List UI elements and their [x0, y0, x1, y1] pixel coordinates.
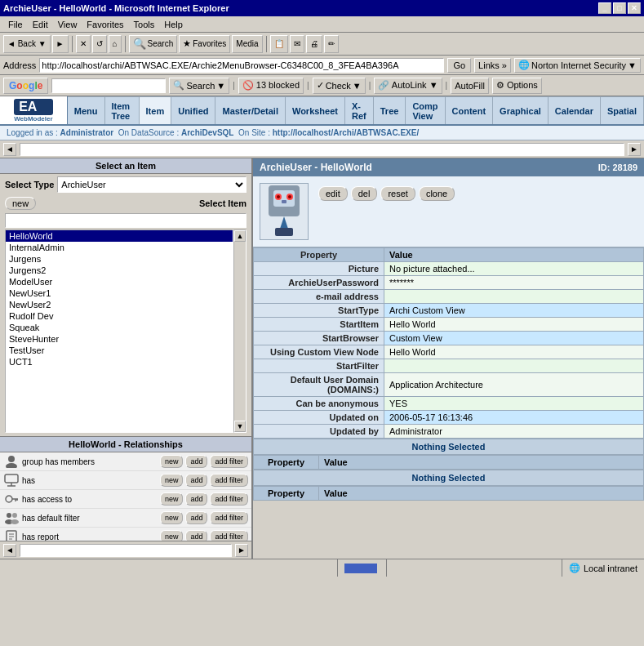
forward-button[interactable]: ►: [52, 35, 69, 53]
autofill-button[interactable]: AutoFill: [451, 78, 489, 94]
rel-add-filter-btn[interactable]: add filter: [210, 530, 248, 541]
edit-button[interactable]: edit: [318, 186, 348, 201]
app-status-bar: Logged in as : Administrator On DataSour…: [0, 126, 644, 140]
tab-comp-view[interactable]: Comp View: [406, 96, 445, 124]
list-item[interactable]: ModelUser: [6, 276, 233, 287]
stop-button[interactable]: ✕: [76, 35, 91, 53]
nav-path-input[interactable]: [20, 143, 624, 156]
list-item[interactable]: HelloWorld: [6, 230, 233, 242]
item-search-input[interactable]: [5, 213, 246, 228]
prop-row-updated-on: Updated on 2006-05-17 16:13:46: [254, 411, 644, 425]
rel-add-btn[interactable]: add: [185, 492, 207, 506]
maximize-btn[interactable]: □: [613, 2, 626, 14]
rel-add-filter-btn[interactable]: add filter: [210, 455, 248, 468]
list-item[interactable]: Rudolf Dev: [6, 310, 233, 322]
check-button[interactable]: ✓ Check ▼: [313, 78, 366, 94]
menu-favorites[interactable]: Favorites: [82, 18, 128, 31]
rel-new-btn[interactable]: new: [160, 530, 184, 541]
blocked-button[interactable]: 🚫 13 blocked: [238, 78, 304, 94]
list-item[interactable]: TestUser: [6, 345, 233, 356]
menu-edit[interactable]: Edit: [28, 18, 53, 31]
list-item[interactable]: Jurgens2: [6, 265, 233, 276]
list-item[interactable]: SteveHunter: [6, 333, 233, 345]
minimize-btn[interactable]: _: [598, 2, 611, 14]
tab-master-detail[interactable]: Master/Detail: [215, 96, 285, 124]
list-item[interactable]: UCT1: [6, 356, 233, 368]
tab-calendar[interactable]: Calendar: [549, 96, 601, 124]
rel-add-btn[interactable]: add: [185, 474, 207, 487]
rel-add-filter-btn[interactable]: add filter: [210, 492, 248, 506]
links-button[interactable]: Links »: [474, 58, 511, 73]
back-button[interactable]: ◄ Back ▼: [3, 35, 51, 53]
rel-new-btn[interactable]: new: [160, 474, 184, 487]
tab-content[interactable]: Content: [446, 96, 494, 124]
menu-help[interactable]: Help: [159, 18, 188, 31]
list-scrollbar[interactable]: ▲ ▼: [233, 229, 246, 433]
report-icon: [3, 530, 20, 541]
prop-value: [384, 359, 644, 373]
prop-row-anonymous: Can be anonymous YES: [254, 397, 644, 411]
rel-new-btn[interactable]: new: [160, 492, 184, 506]
google-search-input[interactable]: [51, 78, 166, 93]
list-item[interactable]: NewUser2: [6, 299, 233, 310]
google-bar: Google 🔍 Search ▼ | 🚫 13 blocked | ✓ Che…: [0, 75, 644, 96]
tab-xref[interactable]: X-Ref: [345, 96, 374, 124]
main-area: Select an Item Select Type ArchieUser ne…: [0, 158, 644, 559]
favorites-button[interactable]: ★ Favorites: [179, 35, 230, 53]
search-button[interactable]: 🔍 Search: [129, 35, 178, 53]
nav-left-arrow[interactable]: ◄: [3, 143, 16, 156]
tab-tree[interactable]: Tree: [374, 96, 406, 124]
type-select[interactable]: ArchieUser: [57, 176, 246, 193]
google-logo-btn[interactable]: Google: [3, 78, 48, 94]
tab-graphical[interactable]: Graphical: [493, 96, 549, 124]
bottom-nav-input[interactable]: [20, 544, 232, 557]
go-button[interactable]: Go: [447, 58, 471, 73]
svg-point-9: [7, 513, 11, 518]
close-btn[interactable]: ✕: [628, 2, 641, 14]
rel-add-btn[interactable]: add: [185, 455, 207, 468]
autolink-button[interactable]: 🔗 AutoLink ▼: [374, 78, 442, 94]
sub-property-col-header-2: Property: [254, 487, 319, 501]
tab-unified[interactable]: Unified: [171, 96, 215, 124]
list-item[interactable]: InternalAdmin: [6, 242, 233, 253]
sub-props-table-1: Property Value: [253, 455, 644, 470]
bottom-nav-left[interactable]: ◄: [3, 544, 16, 557]
list-item[interactable]: NewUser1: [6, 287, 233, 299]
rel-new-btn[interactable]: new: [160, 511, 184, 524]
norton-button[interactable]: 🌐 Norton Internet Security ▼: [514, 58, 641, 73]
browser-status-bar: 🌐 Local intranet: [0, 559, 644, 577]
rel-add-btn[interactable]: add: [185, 530, 207, 541]
google-search-button[interactable]: 🔍 Search ▼: [169, 78, 229, 94]
print-button[interactable]: 🖨: [306, 35, 322, 53]
rel-new-btn[interactable]: new: [160, 455, 184, 468]
del-button[interactable]: del: [351, 186, 378, 201]
options-button[interactable]: ⚙ Options: [492, 78, 542, 94]
clone-button[interactable]: clone: [419, 186, 455, 201]
rel-add-filter-btn[interactable]: add filter: [210, 474, 248, 487]
list-item[interactable]: Squeak: [6, 322, 233, 333]
mail-button[interactable]: ✉: [290, 35, 304, 53]
menu-file[interactable]: File: [3, 18, 28, 31]
media-button[interactable]: Media: [232, 35, 262, 53]
select-type-label: Select Type: [5, 180, 54, 189]
reset-button[interactable]: reset: [380, 186, 415, 201]
tab-worksheet[interactable]: Worksheet: [286, 96, 345, 124]
tab-item[interactable]: Item: [140, 96, 172, 124]
tab-spatial[interactable]: Spatial: [601, 96, 644, 124]
menu-tools[interactable]: Tools: [129, 18, 160, 31]
menu-view[interactable]: View: [53, 18, 82, 31]
nav-right-arrow[interactable]: ►: [628, 143, 641, 156]
address-input[interactable]: [39, 58, 444, 73]
tab-menu[interactable]: Menu: [68, 96, 105, 124]
refresh-button[interactable]: ↺: [92, 35, 107, 53]
rel-add-filter-btn[interactable]: add filter: [210, 511, 248, 524]
history-button[interactable]: 📋: [270, 35, 288, 53]
bottom-nav-right[interactable]: ►: [235, 544, 248, 557]
rel-item-access: has access to new add add filter: [0, 490, 251, 509]
home-button[interactable]: ⌂: [109, 35, 122, 53]
rel-add-btn[interactable]: add: [185, 511, 207, 524]
new-item-button[interactable]: new: [5, 197, 36, 210]
list-item[interactable]: Jurgens: [6, 253, 233, 265]
edit-button[interactable]: ✏: [324, 35, 339, 53]
tab-item-tree[interactable]: Item Tree: [105, 96, 140, 124]
